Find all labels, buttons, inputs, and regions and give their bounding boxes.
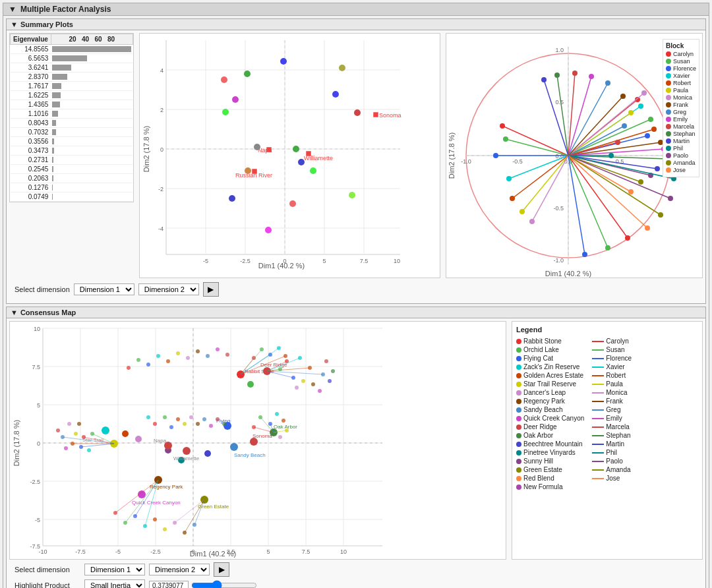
svg-point-235 — [278, 435, 282, 439]
highlight-label: Highlight Product — [15, 581, 80, 588]
svg-point-269 — [136, 358, 140, 362]
svg-point-90 — [615, 140, 620, 145]
summary-label: Summary Plots — [20, 20, 73, 28]
svg-point-247 — [77, 422, 81, 426]
eigenvalue-table: Eigenvalue 20 40 60 80 14.8565 6.5653 3.… — [10, 34, 133, 202]
svg-point-114 — [519, 209, 525, 214]
consensus-play-button[interactable]: ▶ — [214, 562, 229, 577]
svg-point-246 — [67, 422, 71, 426]
svg-point-82 — [641, 90, 647, 96]
legend-judge-item: Carolyn — [592, 338, 632, 345]
play-button[interactable]: ▶ — [203, 282, 219, 297]
svg-point-102 — [628, 189, 634, 194]
legend-product-item: Rabbit Stone — [516, 338, 584, 345]
svg-point-104 — [500, 123, 505, 129]
svg-text:0.5: 0.5 — [555, 99, 564, 105]
bottom-controls: Select dimension Dimension 1 Dimension 2… — [9, 560, 703, 588]
legend-product-item: Beechtree Mountain — [516, 440, 584, 448]
block-legend-item: Carolyn — [666, 51, 696, 57]
svg-point-94 — [655, 166, 660, 171]
block-legend-item: Greg — [666, 109, 696, 115]
block-legend-item: Frank — [666, 102, 696, 108]
legend-product-item: New Formula — [516, 483, 584, 490]
svg-point-256 — [153, 422, 157, 426]
svg-point-221 — [331, 369, 335, 373]
svg-point-216 — [295, 386, 299, 390]
svg-rect-27 — [373, 112, 378, 117]
title-bar: ▼ Multiple Factor Analysis — [3, 3, 709, 16]
svg-point-219 — [318, 389, 322, 393]
svg-line-115 — [532, 156, 568, 221]
svg-text:Williamette: Williamette — [173, 456, 200, 461]
consensus-dim-label: Select dimension — [15, 566, 80, 573]
svg-point-72 — [648, 117, 653, 122]
svg-text:5: 5 — [266, 548, 270, 555]
legend-judge-item: Amanda — [592, 466, 632, 473]
svg-text:-1.0: -1.0 — [461, 158, 471, 165]
legend-product-item: Oak Arbor — [516, 432, 584, 439]
correlation-circle-panel: Dim1 (40.2 %) Dim2 (17.8 %) -1.0 -0.5 0.… — [446, 33, 703, 278]
svg-point-43 — [298, 159, 305, 165]
highlight-slider[interactable] — [191, 580, 257, 588]
svg-point-120 — [605, 80, 610, 86]
svg-point-181 — [247, 381, 254, 388]
svg-point-108 — [493, 153, 498, 158]
legend-judge-item: Paolo — [592, 457, 632, 465]
svg-text:-2.5: -2.5 — [240, 258, 251, 264]
svg-line-125 — [557, 75, 568, 156]
consensus-dim2-select[interactable]: Dimension 1 Dimension 2 Dimension 3 — [149, 564, 210, 575]
svg-line-79 — [568, 113, 631, 156]
consensus-dim1-select[interactable]: Dimension 1 Dimension 2 Dimension 3 — [84, 564, 145, 575]
svg-line-135 — [568, 156, 647, 228]
svg-point-263 — [196, 422, 200, 426]
highlight-select[interactable]: Small Inertia Large Inertia None — [84, 579, 145, 588]
svg-point-36 — [244, 71, 251, 77]
legend-product-item: Star Trail Reserve — [516, 380, 584, 388]
svg-text:10: 10 — [34, 326, 40, 332]
svg-text:-5: -5 — [115, 548, 121, 555]
svg-point-271 — [156, 354, 160, 358]
legend-judge-item: Frank — [592, 397, 632, 405]
legend-product-item: Orchid Lake — [516, 346, 584, 353]
legend-judge-item: Susan — [592, 346, 632, 353]
legend-product-item: Red Blend — [516, 475, 584, 482]
svg-point-48 — [349, 192, 355, 198]
block-legend-item: Amanda — [666, 160, 696, 166]
svg-text:Dim2 (17.8 %): Dim2 (17.8 %) — [142, 126, 150, 172]
dimension1-select[interactable]: Dimension 1 Dimension 2 Dimension 3 — [74, 283, 134, 295]
svg-text:-5: -5 — [203, 258, 208, 264]
block-legend-item: Paula — [666, 87, 696, 94]
svg-point-270 — [146, 363, 150, 367]
svg-point-277 — [216, 347, 220, 351]
dimension2-select[interactable]: Dimension 1 Dimension 2 Dimension 3 — [138, 283, 199, 295]
block-legend-item: Stephan — [666, 131, 696, 137]
scatter-panel: Dim1 (40.2 %) Dim2 (17.8 %) -5 -2.5 0 5 … — [139, 33, 440, 278]
legend-product-item: Golden Acres Estate — [516, 372, 584, 379]
block-legend-item: Xavier — [666, 73, 696, 79]
legend-products-col: Rabbit StoneOrchid LakeFlying CatZack's … — [516, 338, 584, 492]
block-legend-item: Emily — [666, 116, 696, 123]
svg-point-40 — [232, 96, 239, 103]
consensus-legend: Legend Rabbit StoneOrchid LakeFlying Cat… — [512, 321, 703, 560]
legend-product-item: Zack's Zin Reserve — [516, 363, 584, 370]
svg-point-261 — [183, 422, 187, 426]
svg-point-51 — [354, 109, 361, 116]
svg-point-134 — [658, 212, 663, 218]
svg-text:0: 0 — [283, 258, 286, 264]
svg-point-42 — [293, 146, 299, 152]
consensus-map-section: ▼ Consensus Map — [6, 307, 706, 588]
legend-judge-item: Greg — [592, 406, 632, 413]
svg-point-39 — [222, 109, 229, 115]
svg-line-127 — [544, 80, 568, 156]
svg-point-124 — [572, 71, 578, 76]
svg-point-264 — [202, 417, 206, 421]
legend-product-item: Quick Creek Canyon — [516, 415, 584, 422]
svg-point-118 — [620, 94, 626, 99]
svg-point-257 — [163, 415, 167, 419]
svg-point-259 — [146, 415, 150, 419]
dim-selector-row: Select dimension Dimension 1 Dimension 2… — [9, 278, 703, 301]
svg-text:5: 5 — [37, 402, 40, 409]
consensus-dim-row: Select dimension Dimension 1 Dimension 2… — [15, 562, 697, 577]
svg-text:-2.5: -2.5 — [30, 479, 40, 485]
svg-text:0: 0 — [160, 146, 163, 153]
